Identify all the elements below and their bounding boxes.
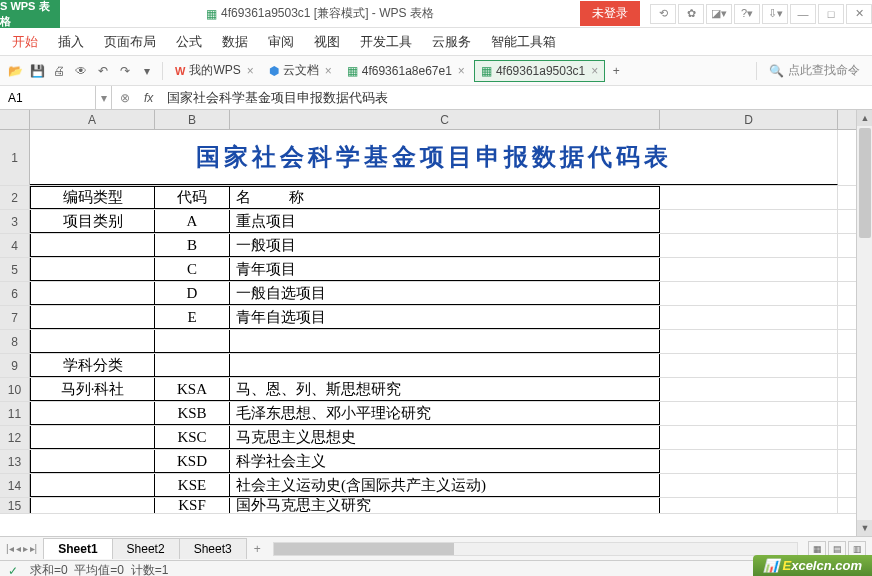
cell[interactable] (660, 282, 838, 305)
cell[interactable]: 青年自选项目 (230, 306, 660, 329)
cell[interactable] (30, 258, 155, 281)
cell[interactable]: 项目类别 (30, 210, 155, 233)
cell[interactable] (660, 210, 838, 233)
settings-button[interactable]: ✿ (678, 4, 704, 24)
doctab-file1[interactable]: ▦ 4f69361a8e67e1 × (341, 61, 472, 81)
cell[interactable]: 名 称 (230, 186, 660, 209)
cell[interactable] (155, 354, 230, 377)
cell[interactable]: 一般项目 (230, 234, 660, 257)
close-icon[interactable]: × (591, 64, 598, 78)
add-tab-button[interactable]: + (607, 62, 625, 80)
title-cell[interactable]: 国家社会科学基金项目申报数据代码表 (30, 130, 838, 185)
next-sheet-button[interactable]: ▸ (23, 543, 28, 554)
cell[interactable]: 编码类型 (30, 186, 155, 209)
cell[interactable]: KSE (155, 474, 230, 497)
minimize-button[interactable]: — (790, 4, 816, 24)
sheet-tab-2[interactable]: Sheet2 (112, 538, 180, 559)
cell[interactable] (30, 402, 155, 425)
cell[interactable] (660, 426, 838, 449)
menu-data[interactable]: 数据 (222, 33, 248, 51)
preview-icon[interactable]: 👁 (72, 62, 90, 80)
last-sheet-button[interactable]: ▸| (30, 543, 38, 554)
cell[interactable]: 马克思主义思想史 (230, 426, 660, 449)
select-all-corner[interactable] (0, 110, 30, 129)
menu-formula[interactable]: 公式 (176, 33, 202, 51)
row-header[interactable]: 6 (0, 282, 30, 305)
cell[interactable]: 重点项目 (230, 210, 660, 233)
row-header[interactable]: 3 (0, 210, 30, 233)
row-header[interactable]: 1 (0, 130, 30, 185)
horizontal-scrollbar[interactable] (273, 542, 798, 556)
cell[interactable]: KSD (155, 450, 230, 473)
close-icon[interactable]: × (247, 64, 254, 78)
cell[interactable]: D (155, 282, 230, 305)
cell[interactable]: B (155, 234, 230, 257)
print-icon[interactable]: 🖨 (50, 62, 68, 80)
cancel-icon[interactable]: ⊗ (120, 91, 130, 105)
row-header[interactable]: 5 (0, 258, 30, 281)
save-icon[interactable]: 💾 (28, 62, 46, 80)
cell[interactable]: 毛泽东思想、邓小平理论研究 (230, 402, 660, 425)
col-header-a[interactable]: A (30, 110, 155, 129)
cell[interactable] (660, 234, 838, 257)
scroll-thumb[interactable] (274, 543, 454, 555)
cell[interactable]: 代码 (155, 186, 230, 209)
close-button[interactable]: ✕ (846, 4, 872, 24)
cell[interactable] (660, 450, 838, 473)
menu-review[interactable]: 审阅 (268, 33, 294, 51)
doctab-mywps[interactable]: W 我的WPS × (169, 59, 261, 82)
spreadsheet-grid[interactable]: A B C D 1 国家社会科学基金项目申报数据代码表 2 编码类型 代码 名 … (0, 110, 872, 536)
row-header[interactable]: 2 (0, 186, 30, 209)
row-header[interactable]: 15 (0, 498, 30, 513)
cell[interactable]: KSB (155, 402, 230, 425)
redo-icon[interactable]: ↷ (116, 62, 134, 80)
sheet-tab-3[interactable]: Sheet3 (179, 538, 247, 559)
menu-insert[interactable]: 插入 (58, 33, 84, 51)
cell[interactable] (660, 378, 838, 401)
cell[interactable]: 青年项目 (230, 258, 660, 281)
row-header[interactable]: 14 (0, 474, 30, 497)
row-header[interactable]: 7 (0, 306, 30, 329)
cell[interactable] (30, 450, 155, 473)
menu-devtools[interactable]: 开发工具 (360, 33, 412, 51)
cell[interactable]: KSC (155, 426, 230, 449)
command-search[interactable]: 🔍 点此查找命令 (763, 62, 866, 79)
doctab-file2[interactable]: ▦ 4f69361a9503c1 × (474, 60, 605, 82)
menu-view[interactable]: 视图 (314, 33, 340, 51)
scroll-down-button[interactable]: ▼ (857, 520, 872, 536)
cell[interactable] (230, 354, 660, 377)
cell[interactable]: 学科分类 (30, 354, 155, 377)
cell[interactable] (30, 330, 155, 353)
prev-sheet-button[interactable]: ◂ (16, 543, 21, 554)
add-sheet-button[interactable]: + (246, 542, 269, 556)
row-header[interactable]: 10 (0, 378, 30, 401)
row-header[interactable]: 13 (0, 450, 30, 473)
cell[interactable]: 一般自选项目 (230, 282, 660, 305)
menu-smarttools[interactable]: 智能工具箱 (491, 33, 556, 51)
cell[interactable] (30, 474, 155, 497)
cell[interactable] (660, 354, 838, 377)
cell[interactable] (660, 186, 838, 209)
open-icon[interactable]: 📂 (6, 62, 24, 80)
undo-icon[interactable]: ↶ (94, 62, 112, 80)
cell[interactable]: KSF (155, 498, 230, 513)
sheet-tab-1[interactable]: Sheet1 (43, 538, 112, 559)
cell[interactable]: 科学社会主义 (230, 450, 660, 473)
cell[interactable] (30, 234, 155, 257)
cell[interactable]: E (155, 306, 230, 329)
menu-start[interactable]: 开始 (12, 33, 38, 51)
doctab-cloud[interactable]: ⬢ 云文档 × (263, 59, 339, 82)
cell[interactable]: 社会主义运动史(含国际共产主义运动) (230, 474, 660, 497)
cell[interactable]: 国外马克思主义研究 (230, 498, 660, 513)
cell[interactable] (660, 498, 838, 513)
row-header[interactable]: 4 (0, 234, 30, 257)
first-sheet-button[interactable]: |◂ (6, 543, 14, 554)
cell[interactable]: 马列·科社 (30, 378, 155, 401)
cell[interactable] (30, 426, 155, 449)
formula-input[interactable]: 国家社会科学基金项目申报数据代码表 (159, 89, 872, 107)
row-header[interactable]: 12 (0, 426, 30, 449)
vertical-scrollbar[interactable]: ▲ ▼ (856, 110, 872, 536)
cell[interactable] (30, 306, 155, 329)
col-header-d[interactable]: D (660, 110, 838, 129)
cell[interactable] (660, 306, 838, 329)
